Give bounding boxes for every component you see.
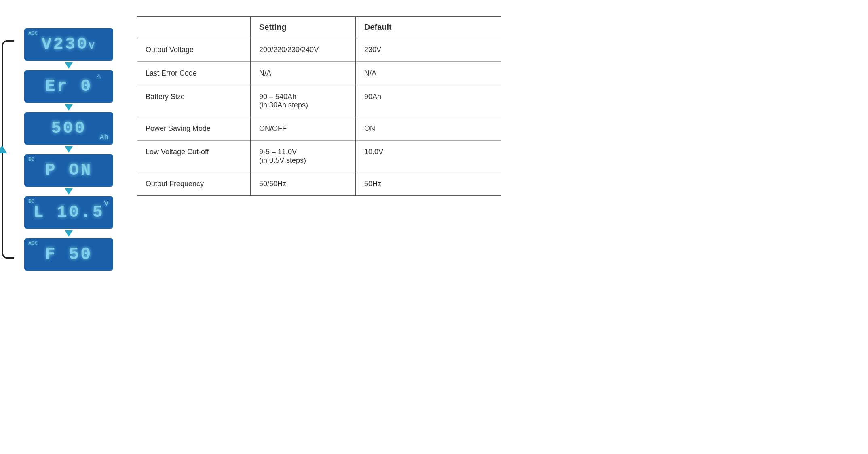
display-voltage-text: V230V <box>41 35 96 54</box>
table-row: Battery Size 90 – 540Ah (in 30Ah steps) … <box>137 85 501 117</box>
display-power-text: P ON <box>45 161 93 180</box>
display-frequency: ACC F 50 <box>24 238 113 271</box>
row-default-battery: 90Ah <box>356 85 501 117</box>
display-lowvolt-topleft: DC <box>28 198 35 204</box>
display-power: DC P ON <box>24 154 113 187</box>
display-error: △ Er 0 <box>24 70 113 103</box>
table-row: Output Voltage 200/220/230/240V 230V <box>137 38 501 62</box>
row-name-lowvolt: Low Voltage Cut-off <box>137 141 251 172</box>
left-panel: ACC V230V △ Er 0 500 Ah DC P ON DC L 10.… <box>24 28 113 271</box>
row-name-voltage: Output Voltage <box>137 38 251 62</box>
row-name-error: Last Error Code <box>137 62 251 85</box>
arrow-down-2 <box>65 104 73 111</box>
row-default-frequency: 50Hz <box>356 172 501 196</box>
display-battery: 500 Ah <box>24 112 113 145</box>
display-battery-unit: Ah <box>99 133 108 141</box>
display-lowvolt-unit: V <box>104 200 108 208</box>
arrow-down-4 <box>65 188 73 195</box>
arrow-down-1 <box>65 62 73 69</box>
table-row: Low Voltage Cut-off 9-5 – 11.0V (in 0.5V… <box>137 141 501 172</box>
settings-table: Setting Default Output Voltage 200/220/2… <box>137 16 501 196</box>
display-lowvolt: DC L 10.5 V <box>24 196 113 229</box>
display-power-topleft: DC <box>28 156 35 162</box>
display-voltage-topleft: ACC <box>28 30 38 36</box>
col-header-setting: Setting <box>251 17 356 38</box>
display-voltage: ACC V230V <box>24 28 113 61</box>
row-default-voltage: 230V <box>356 38 501 62</box>
display-error-warning: △ <box>97 72 101 79</box>
display-lowvolt-text: L 10.5 <box>33 203 104 222</box>
display-loop: ACC V230V △ Er 0 500 Ah DC P ON DC L 10.… <box>24 28 113 271</box>
row-name-battery: Battery Size <box>137 85 251 117</box>
table-row: Power Saving Mode ON/OFF ON <box>137 117 501 141</box>
up-arrow-icon <box>0 145 7 153</box>
display-error-text: Er 0 <box>45 77 93 96</box>
display-frequency-topleft: ACC <box>28 240 38 246</box>
row-setting-power: ON/OFF <box>251 117 356 141</box>
row-setting-battery: 90 – 540Ah (in 30Ah steps) <box>251 85 356 117</box>
row-default-error: N/A <box>356 62 501 85</box>
row-setting-frequency: 50/60Hz <box>251 172 356 196</box>
arrow-down-5 <box>65 230 73 237</box>
row-default-power: ON <box>356 117 501 141</box>
row-setting-lowvolt: 9-5 – 11.0V (in 0.5V steps) <box>251 141 356 172</box>
right-panel: Setting Default Output Voltage 200/220/2… <box>137 16 844 196</box>
row-setting-error: N/A <box>251 62 356 85</box>
row-name-frequency: Output Frequency <box>137 172 251 196</box>
row-setting-voltage: 200/220/230/240V <box>251 38 356 62</box>
table-header-row: Setting Default <box>137 17 501 38</box>
row-default-lowvolt: 10.0V <box>356 141 501 172</box>
table-row: Output Frequency 50/60Hz 50Hz <box>137 172 501 196</box>
row-name-power: Power Saving Mode <box>137 117 251 141</box>
arrow-down-3 <box>65 146 73 153</box>
table-row: Last Error Code N/A N/A <box>137 62 501 85</box>
display-battery-text: 500 <box>51 119 87 138</box>
col-header-name <box>137 17 251 38</box>
col-header-default: Default <box>356 17 501 38</box>
display-frequency-text: F 50 <box>45 245 93 264</box>
